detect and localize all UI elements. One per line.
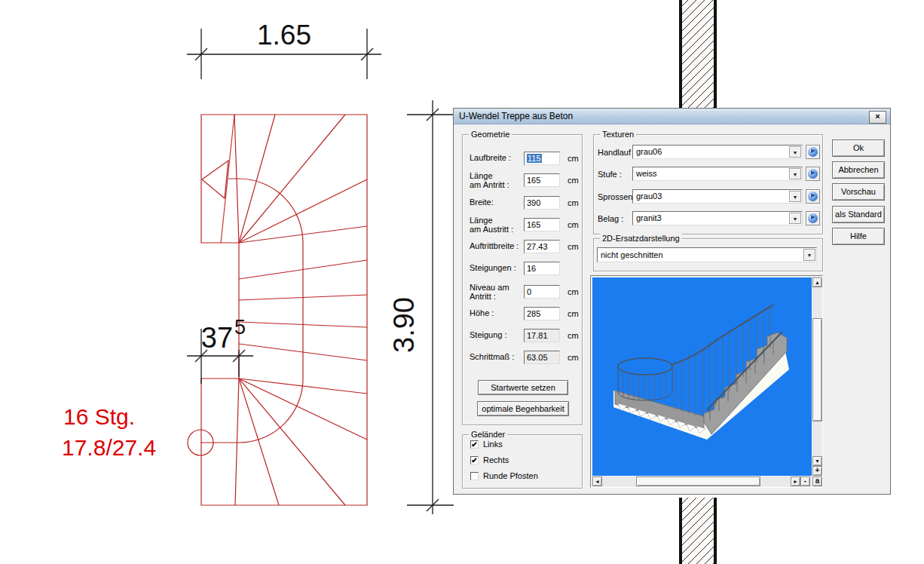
- scroll-left-button[interactable]: ◄: [592, 477, 602, 486]
- vscroll-thumb[interactable]: [812, 318, 822, 421]
- chevron-down-icon[interactable]: ▼: [789, 146, 801, 158]
- chevron-down-icon[interactable]: ▼: [803, 249, 815, 261]
- plus-icon: +: [815, 466, 820, 474]
- texture-arrow-icon: [811, 149, 815, 153]
- arrow-up-icon: ▲: [815, 280, 820, 285]
- laenge-antritt-input[interactable]: 165: [524, 173, 560, 187]
- preview-panel: ▲ ▼ + ◄ ► - a: [590, 275, 823, 488]
- dialog-titlebar[interactable]: U-Wendel Treppe aus Beton: [454, 109, 890, 124]
- belag-label: Belag :: [598, 214, 623, 224]
- chevron-down-icon[interactable]: ▼: [789, 191, 801, 202]
- breite-input[interactable]: 390: [524, 196, 560, 210]
- zoom-in-button[interactable]: +: [812, 466, 822, 476]
- chevron-down-icon[interactable]: ▼: [789, 213, 801, 224]
- zoom-fit-button[interactable]: a: [812, 477, 822, 486]
- railing-right-checkbox[interactable]: ✔: [470, 456, 479, 464]
- check-icon: ✔: [471, 440, 477, 449]
- schrittmass-unit: cm: [568, 353, 579, 362]
- hoehe-unit: cm: [568, 309, 579, 318]
- set-start-values-button[interactable]: Startwerte setzen: [478, 380, 568, 395]
- optimal-walkability-button[interactable]: optimale Begehbarkeit: [477, 401, 569, 416]
- arrow-right-icon: ►: [793, 479, 798, 484]
- stair-3d-render: [592, 277, 812, 476]
- stufe-texture-browse-button[interactable]: [806, 167, 820, 181]
- laufbreite-unit: cm: [568, 154, 579, 163]
- dim-top-label: 1.65: [257, 20, 311, 51]
- replacement2d-group-title: 2D-Ersatzdarstellung: [600, 234, 682, 243]
- hoehe-input[interactable]: 285: [524, 307, 560, 320]
- round-posts-checkbox[interactable]: [470, 472, 479, 480]
- scroll-up-button[interactable]: ▲: [812, 277, 822, 287]
- laufbreite-label: Laufbreite :: [470, 153, 511, 163]
- niveau-antritt-input[interactable]: 0: [524, 285, 560, 299]
- niveau-antritt-label: Niveau amAntritt :: [470, 283, 509, 301]
- handlauf-combobox[interactable]: grau06▼: [632, 145, 803, 159]
- stufe-label: Stufe :: [598, 170, 622, 179]
- stair-note-line1: 16 Stg.: [63, 404, 135, 429]
- hoehe-label: Höhe :: [470, 308, 494, 318]
- dialog-title: U-Wendel Treppe aus Beton: [459, 111, 573, 121]
- cancel-button[interactable]: Abbrechen: [832, 161, 885, 179]
- railing-group-title: Geländer: [469, 430, 507, 439]
- railing-right-label: Rechts: [483, 455, 509, 465]
- steigungen-input[interactable]: 16: [524, 262, 560, 275]
- laufbreite-input[interactable]: 115: [524, 152, 560, 165]
- walking-line: [188, 161, 303, 455]
- stair-outline-and-treads: [201, 115, 367, 505]
- app-canvas: 1.65 3.90 37 5 16 Stg. 17.8/27.4 U-Wende…: [0, 0, 924, 564]
- texture-arrow-icon: [811, 170, 815, 175]
- steigung-output: 17.81: [524, 329, 560, 342]
- hscroll-thumb[interactable]: [636, 477, 760, 486]
- auftrittbreite-unit: cm: [568, 242, 579, 251]
- stufe-combobox[interactable]: weiss▼: [632, 167, 803, 181]
- help-button[interactable]: Hilfe: [832, 228, 885, 245]
- stair-dialog: U-Wendel Treppe aus Beton × Geometrie La…: [453, 108, 891, 495]
- railing-left-checkbox[interactable]: ✔: [470, 440, 479, 449]
- replacement2d-combobox[interactable]: nicht geschnitten ▼: [597, 247, 817, 262]
- as-standard-button[interactable]: als Standard: [832, 206, 885, 223]
- close-button[interactable]: ×: [869, 111, 886, 124]
- stair-3d-preview[interactable]: [592, 277, 812, 476]
- geometry-group-title: Geometrie: [469, 130, 512, 139]
- arrow-down-icon: ▼: [815, 458, 820, 464]
- laenge-austritt-input[interactable]: 165: [524, 218, 560, 231]
- preview-button[interactable]: Vorschau: [832, 183, 885, 201]
- sprossen-combobox[interactable]: grau03▼: [632, 189, 803, 204]
- auftrittbreite-input[interactable]: 27.43: [524, 240, 560, 253]
- dim-notch-superscript: 5: [234, 316, 246, 339]
- dimension-texts: 1.65 3.90 37 5: [201, 20, 420, 354]
- ok-button[interactable]: Ok: [832, 139, 885, 157]
- stair-note-line2: 17.8/27.4: [62, 435, 156, 460]
- wall-hatch-top: [681, 0, 715, 109]
- handlauf-label: Handlauf :: [598, 148, 635, 158]
- fit-all-icon: a: [815, 477, 820, 485]
- laenge-austritt-unit: cm: [568, 220, 579, 229]
- dimension-lines: [187, 29, 454, 514]
- belag-texture-browse-button[interactable]: [806, 211, 820, 225]
- dim-notch-label: 37: [201, 322, 233, 354]
- round-posts-label: Runde Pfosten: [483, 471, 538, 481]
- zoom-out-button[interactable]: -: [800, 477, 810, 486]
- direction-arrow-icon: [202, 161, 228, 198]
- wall-hatch-bottom: [681, 498, 715, 564]
- steigung-label: Steigung :: [470, 330, 507, 340]
- auftrittbreite-label: Auftrittbreite :: [470, 241, 519, 251]
- steigungen-label: Steigungen :: [470, 263, 516, 273]
- steigung-unit: cm: [568, 331, 579, 340]
- chevron-down-icon[interactable]: ▼: [789, 168, 801, 179]
- laenge-antritt-label: Längeam Antritt :: [470, 171, 509, 189]
- textures-group-title: Texturen: [600, 130, 636, 139]
- belag-combobox[interactable]: granit3▼: [632, 211, 803, 225]
- texture-arrow-icon: [811, 215, 815, 219]
- scroll-down-button[interactable]: ▼: [812, 456, 822, 466]
- stair-note: 16 Stg. 17.8/27.4: [62, 404, 156, 460]
- breite-label: Breite:: [470, 198, 494, 207]
- handlauf-texture-browse-button[interactable]: [806, 145, 820, 159]
- schrittmass-label: Schrittmaß :: [470, 352, 514, 362]
- sprossen-texture-browse-button[interactable]: [806, 189, 820, 204]
- dim-height-label: 3.90: [388, 297, 420, 353]
- scroll-right-button[interactable]: ►: [791, 477, 800, 486]
- railing-left-label: Links: [483, 440, 503, 449]
- schrittmass-output: 63.05: [524, 351, 560, 364]
- arrow-left-icon: ◄: [595, 479, 600, 484]
